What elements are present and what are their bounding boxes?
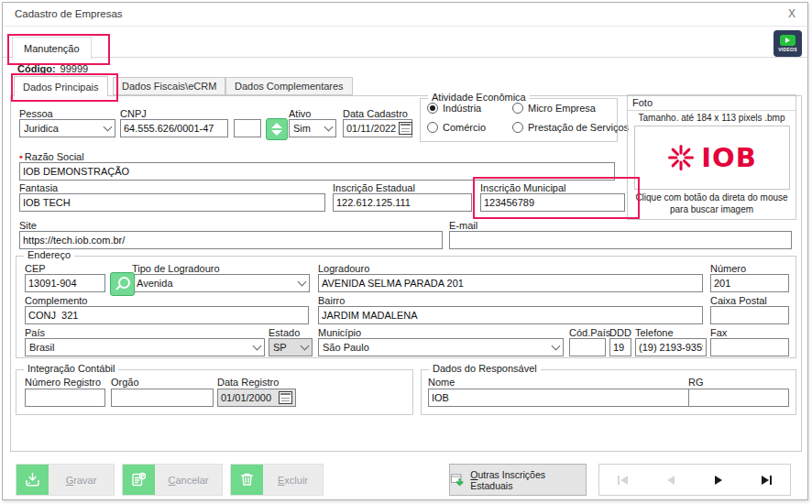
ddd-field[interactable] bbox=[609, 338, 631, 356]
complemento-field[interactable] bbox=[25, 306, 309, 324]
data-registro-value: 01/01/2000 bbox=[221, 392, 276, 403]
fantasia-field[interactable] bbox=[19, 193, 325, 212]
email-field[interactable] bbox=[449, 231, 792, 249]
data-cadastro-value: 01/11/2022 bbox=[346, 123, 396, 134]
caixa-postal-field[interactable] bbox=[710, 306, 789, 324]
foto-size-hint: Tamanho. até 184 x 113 pixels .bmp bbox=[628, 113, 796, 123]
radio-industria-label: Indústria bbox=[443, 103, 481, 114]
fax-field[interactable] bbox=[710, 338, 789, 356]
bairro-field[interactable] bbox=[318, 306, 703, 324]
radio-prestacao-servicos-label: Prestação de Serviços bbox=[528, 122, 629, 133]
numero-registro-label: Número Registro bbox=[25, 377, 101, 388]
tab-manutencao[interactable]: Manutenção bbox=[12, 37, 92, 60]
nav-next-button[interactable] bbox=[695, 465, 742, 495]
razao-social-label: •Razão Social bbox=[19, 151, 84, 162]
cnpj-lookup-icon bbox=[270, 123, 283, 136]
municipio-value: São Paulo bbox=[319, 342, 548, 353]
nav-next-icon bbox=[712, 475, 725, 486]
tab-dados-fiscais-ecrm[interactable]: Dados Fiscais\eCRM bbox=[113, 77, 225, 95]
codigo-label: Código: bbox=[17, 63, 56, 74]
cnpj-field[interactable] bbox=[120, 119, 228, 137]
tab-dados-complementares[interactable]: Dados Complementares bbox=[225, 77, 353, 95]
data-cadastro-field[interactable]: 01/11/2022 bbox=[343, 119, 412, 137]
dados-responsavel-legend: Dados do Responsável bbox=[429, 363, 541, 374]
complemento-label: Complemento bbox=[25, 295, 87, 306]
municipio-select[interactable]: São Paulo bbox=[318, 338, 564, 356]
radio-micro-empresa[interactable]: Micro Empresa bbox=[512, 103, 596, 114]
tab-dados-principais[interactable]: Dados Principais bbox=[14, 76, 108, 96]
integracao-contabil-legend: Integração Contábil bbox=[24, 363, 118, 374]
nav-prior-button[interactable] bbox=[647, 465, 695, 495]
cod-pais-field[interactable] bbox=[569, 338, 606, 356]
razao-social-field[interactable] bbox=[19, 162, 615, 181]
pessoa-label: Pessoa bbox=[19, 108, 53, 119]
numero-field[interactable] bbox=[710, 274, 789, 292]
form-export-icon bbox=[450, 473, 466, 488]
numero-registro-field[interactable] bbox=[25, 389, 105, 407]
excluir-button[interactable]: Excluir bbox=[230, 464, 324, 496]
cancelar-button[interactable]: Cancelar bbox=[122, 464, 223, 496]
cep-search-button[interactable] bbox=[110, 272, 135, 296]
ativo-select[interactable]: Sim bbox=[289, 119, 336, 137]
cancel-icon bbox=[123, 465, 155, 495]
radio-comercio[interactable]: Comércio bbox=[427, 122, 486, 133]
chevron-down-icon bbox=[249, 339, 264, 356]
save-icon bbox=[16, 465, 49, 495]
nav-last-button[interactable] bbox=[742, 465, 790, 495]
orgao-field[interactable] bbox=[111, 389, 214, 407]
radio-comercio-label: Comércio bbox=[443, 122, 486, 133]
atividade-economica-legend: Atividade Econômica bbox=[428, 92, 530, 103]
cep-field[interactable] bbox=[25, 274, 105, 292]
pais-select[interactable]: Brasil bbox=[25, 338, 265, 356]
logradouro-field[interactable] bbox=[318, 274, 703, 292]
nav-first-button[interactable] bbox=[599, 465, 647, 495]
gravar-button[interactable]: Gravar bbox=[16, 464, 115, 496]
excluir-label: Excluir bbox=[278, 475, 308, 486]
tab-dados-fiscais-label: Dados Fiscais\eCRM bbox=[122, 81, 216, 92]
data-registro-field[interactable]: 01/01/2000 bbox=[217, 389, 296, 407]
inscricao-estadual-label: Inscrição Estadual bbox=[333, 182, 415, 193]
calendar-icon[interactable] bbox=[399, 122, 412, 135]
inscricao-municipal-field[interactable] bbox=[480, 193, 625, 212]
window-title: Cadastro de Empresas bbox=[15, 8, 123, 19]
endereco-legend: Endereço bbox=[24, 249, 74, 260]
cnpj-suffix-field[interactable] bbox=[234, 119, 261, 137]
logradouro-label: Logradouro bbox=[318, 263, 369, 274]
ddd-label: DDD bbox=[609, 327, 631, 338]
ativo-value: Sim bbox=[290, 123, 321, 134]
tipo-logradouro-select[interactable]: Avenida bbox=[132, 274, 310, 292]
rg-field[interactable] bbox=[688, 389, 789, 407]
municipio-label: Município bbox=[318, 327, 361, 338]
fax-label: Fax bbox=[710, 327, 727, 338]
cnpj-lookup-button[interactable] bbox=[266, 118, 288, 140]
telefone-field[interactable] bbox=[635, 338, 707, 356]
chevron-down-icon bbox=[548, 339, 563, 356]
radio-prestacao-servicos[interactable]: Prestação de Serviços bbox=[512, 122, 629, 133]
codigo-row: Código:99999 bbox=[17, 63, 88, 74]
telefone-label: Telefone bbox=[635, 327, 674, 338]
orgao-label: Orgão bbox=[111, 377, 139, 388]
data-registro-label: Data Registro bbox=[217, 377, 279, 388]
site-field[interactable] bbox=[19, 231, 443, 249]
foto-caption: Clique com botão da direta do mouse para… bbox=[631, 192, 793, 215]
tab-dados-complementares-label: Dados Complementares bbox=[235, 81, 344, 92]
close-button[interactable]: X bbox=[788, 7, 796, 20]
email-label: E-mail bbox=[449, 220, 477, 231]
foto-image-box[interactable]: IOB bbox=[634, 126, 790, 190]
videos-label: VIDEOS bbox=[778, 47, 797, 52]
iob-logo-text: IOB bbox=[701, 142, 757, 173]
inscricao-estadual-field[interactable] bbox=[333, 193, 472, 212]
cep-label: CEP bbox=[25, 263, 46, 274]
videos-button[interactable]: VIDEOS bbox=[774, 30, 802, 57]
tipo-logradouro-label: Tipo de Logradouro bbox=[132, 263, 220, 274]
bairro-label: Bairro bbox=[318, 295, 345, 306]
tipo-logradouro-value: Avenida bbox=[133, 278, 294, 289]
pessoa-value: Juridica bbox=[20, 123, 100, 134]
radio-industria[interactable]: Indústria bbox=[427, 103, 481, 114]
outras-inscricoes-button[interactable]: Outras Inscrições Estaduais bbox=[449, 464, 587, 496]
nome-field[interactable] bbox=[428, 389, 701, 407]
estado-select[interactable]: SP bbox=[269, 338, 313, 356]
pessoa-select[interactable]: Juridica bbox=[19, 119, 115, 137]
estado-label: Estado bbox=[269, 327, 300, 338]
calendar-icon[interactable] bbox=[279, 391, 292, 404]
